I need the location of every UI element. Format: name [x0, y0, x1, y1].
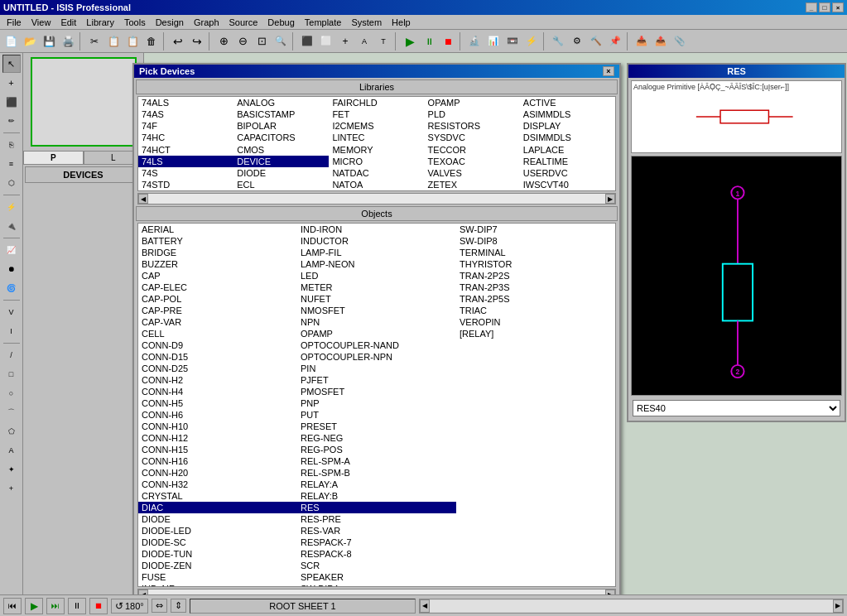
obj-npn[interactable]: NPN	[297, 316, 456, 328]
obj-battery[interactable]: BATTERY	[138, 235, 297, 247]
lib-ecl[interactable]: ECL	[233, 179, 329, 190]
probe-btn[interactable]: 🔬	[465, 32, 484, 51]
zoomin-btn[interactable]: ⊕	[214, 32, 233, 51]
obj-conn-h2[interactable]: CONN-H2	[138, 374, 297, 386]
hscroll-left[interactable]: ◀	[420, 599, 430, 613]
lib-pld[interactable]: PLD	[425, 108, 520, 120]
lib-resistors[interactable]: RESISTORS	[425, 120, 520, 132]
label-btn[interactable]: A	[355, 32, 373, 51]
obj-res-var[interactable]: RES-VAR	[297, 525, 456, 537]
obj-sw-dip4[interactable]: SW-DIP4	[297, 583, 456, 587]
zoomarea-btn[interactable]: 🔍	[272, 32, 290, 51]
scroll-left-btn[interactable]: ◀	[138, 194, 148, 204]
obj-buzzer[interactable]: BUZZER	[138, 258, 297, 270]
obj-inductor[interactable]: INDUCTOR	[297, 235, 456, 247]
obj-reg-neg[interactable]: REG-NEG	[297, 432, 456, 444]
obj-res[interactable]: RES	[297, 502, 456, 513]
obj-conn-d15[interactable]: CONN-D15	[138, 351, 297, 363]
lib-basicstamp[interactable]: BASICSTAMP	[233, 108, 329, 120]
lib-iwscvt40[interactable]: IWSCVT40	[520, 179, 615, 190]
junction-btn[interactable]: +	[336, 32, 354, 51]
obj-cap-var[interactable]: CAP-VAR	[138, 316, 297, 328]
tool-extra7[interactable]: 📎	[671, 32, 689, 51]
obj-relay-b[interactable]: RELAY:B	[297, 490, 456, 502]
lib-teccor[interactable]: TECCOR	[425, 144, 520, 156]
lib-display[interactable]: DISPLAY	[520, 120, 615, 132]
obj-cap-pol[interactable]: CAP-POL	[138, 293, 297, 305]
obj-optocoupler-npn[interactable]: OPTOCOUPLER-NPN	[297, 351, 456, 363]
menu-source[interactable]: Source	[224, 17, 263, 28]
sim-stop-btn[interactable]: ⏹	[89, 598, 108, 614]
obj-led[interactable]: LED	[297, 270, 456, 282]
obj-nmosfet[interactable]: NMOSFET	[297, 305, 456, 316]
obj-relay[interactable]: [RELAY]	[456, 328, 615, 339]
obj-rel-spm-b[interactable]: REL-SPM-B	[297, 467, 456, 479]
obj-diode[interactable]: DIODE	[138, 513, 297, 525]
device-pins-tool[interactable]: 🔌	[2, 217, 21, 235]
hscroll-right[interactable]: ▶	[833, 599, 843, 613]
2d-arc-tool[interactable]: ⌒	[2, 403, 21, 421]
menu-tools[interactable]: Tools	[119, 17, 151, 28]
obj-pjfet[interactable]: PJFET	[297, 374, 456, 386]
lib-scrollbar[interactable]: ◀ ▶	[137, 193, 616, 205]
cut-btn[interactable]: ✂	[85, 32, 103, 51]
obj-respack-8[interactable]: RESPACK-8	[297, 548, 456, 560]
tab-p[interactable]: P	[23, 151, 84, 164]
delete-btn[interactable]: 🗑	[142, 32, 161, 51]
bus-btn[interactable]: ⬜	[317, 32, 335, 51]
lib-74hc[interactable]: 74HC	[138, 132, 233, 143]
wire-tool[interactable]: ⎘	[2, 136, 21, 154]
obj-rel-spm-a[interactable]: REL-SPM-A	[297, 455, 456, 467]
paste-btn[interactable]: 📋	[123, 32, 142, 51]
lib-lintec[interactable]: LINTEC	[329, 132, 424, 143]
obj-respack-7[interactable]: RESPACK-7	[297, 537, 456, 548]
lib-74as[interactable]: 74AS	[138, 108, 233, 120]
obj-nufet[interactable]: NUFET	[297, 293, 456, 305]
scroll-right-btn[interactable]: ▶	[605, 194, 615, 204]
obj-conn-h10[interactable]: CONN-H10	[138, 421, 297, 432]
lib-asimmdls[interactable]: ASIMMDLS	[520, 108, 615, 120]
tape-btn[interactable]: 📼	[503, 32, 522, 51]
2d-circle-tool[interactable]: ○	[2, 384, 21, 402]
sim-pause-btn[interactable]: ⏸	[68, 598, 86, 614]
obj-cap-pre[interactable]: CAP-PRE	[138, 305, 297, 316]
menu-edit[interactable]: Edit	[55, 17, 81, 28]
lib-valves[interactable]: VALVES	[425, 167, 520, 179]
obj-pmosfet[interactable]: PMOSFET	[297, 386, 456, 397]
obj-meter[interactable]: METER	[297, 282, 456, 293]
wire-btn[interactable]: ⬛	[298, 32, 316, 51]
lib-capacitors[interactable]: CAPACITORS	[233, 132, 329, 143]
obj-terminal[interactable]: TERMINAL	[456, 247, 615, 258]
obj-sw-dip8[interactable]: SW-DIP8	[456, 235, 615, 247]
zoomout-btn[interactable]: ⊖	[233, 32, 252, 51]
lib-74ls[interactable]: 74LS	[138, 156, 233, 167]
obj-diode-tun[interactable]: DIODE-TUN	[138, 548, 297, 560]
lib-natdac[interactable]: NATDAC	[329, 167, 424, 179]
undo-btn[interactable]: ↩	[169, 32, 187, 51]
close-btn[interactable]: ×	[832, 2, 844, 12]
lib-74s[interactable]: 74S	[138, 167, 233, 179]
sim-rewind-btn[interactable]: ⏮	[3, 598, 22, 614]
2d-line-tool[interactable]: /	[2, 346, 21, 364]
lib-fet[interactable]: FET	[329, 108, 424, 120]
obj-aerial[interactable]: AERIAL	[138, 224, 297, 235]
maximize-btn[interactable]: □	[819, 2, 830, 12]
lib-cmos[interactable]: CMOS	[233, 144, 329, 156]
obj-diode-zen[interactable]: DIODE-ZEN	[138, 560, 297, 571]
obj-sw-dip7[interactable]: SW-DIP7	[456, 224, 615, 235]
lib-analog[interactable]: ANALOG	[233, 97, 329, 108]
obj-lamp-neon[interactable]: LAMP-NEON	[297, 258, 456, 270]
lib-active[interactable]: ACTIVE	[520, 97, 615, 108]
text-btn[interactable]: T	[374, 32, 392, 51]
lib-sysdvc[interactable]: SYSDVC	[425, 132, 520, 143]
symbol-tool[interactable]: ✦	[2, 460, 21, 479]
sim-step-btn[interactable]: ⏭	[46, 598, 65, 614]
2d-poly-tool[interactable]: ⬠	[2, 422, 21, 440]
obj-scr[interactable]: SCR	[297, 560, 456, 571]
sim-btn2[interactable]: ⏸	[420, 32, 438, 51]
lib-dsimmdls[interactable]: DSIMMDLS	[520, 132, 615, 143]
redo-btn[interactable]: ↪	[188, 32, 206, 51]
lib-diode[interactable]: DIODE	[233, 167, 329, 179]
horizontal-scrollbar[interactable]: ◀ ▶	[419, 599, 844, 614]
sim-play-btn[interactable]: ▶	[25, 598, 43, 614]
